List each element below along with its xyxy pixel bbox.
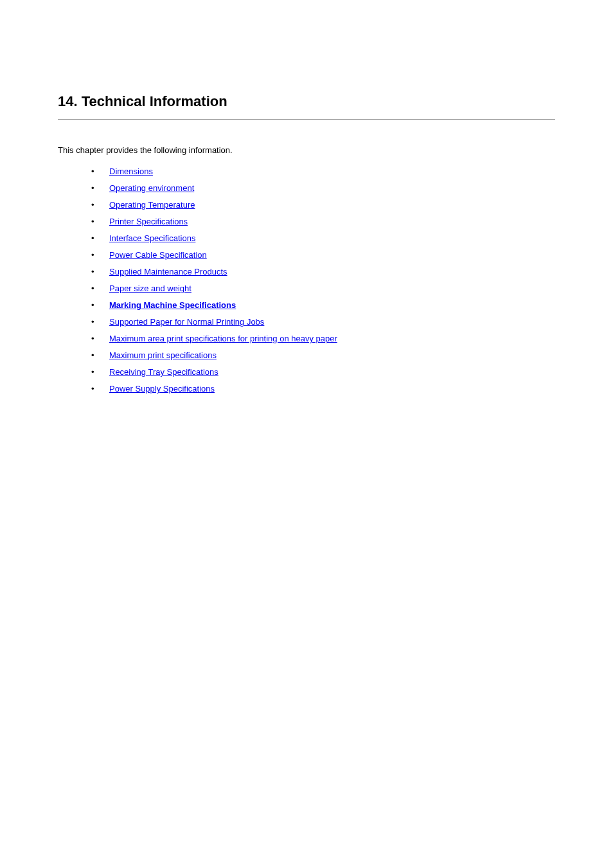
list-item: Paper size and weight [84,284,555,293]
page-title: 14. Technical Information [58,93,555,110]
list-item: Supported Paper for Normal Printing Jobs [84,317,555,327]
toc-link[interactable]: Maximum print specifications [109,350,217,360]
toc-link[interactable]: Paper size and weight [109,284,191,293]
toc-link[interactable]: Receiving Tray Specifications [109,367,218,377]
intro-text: This chapter provides the following info… [58,145,555,155]
toc-link[interactable]: Supplied Maintenance Products [109,267,227,276]
toc-link[interactable]: Maximum area print specifications for pr… [109,334,337,343]
list-item: Operating Temperature [84,200,555,210]
toc-link[interactable]: Operating Temperature [109,200,195,210]
toc-link[interactable]: Power Cable Specification [109,250,207,260]
toc-link-current[interactable]: Marking Machine Specifications [109,300,236,310]
list-item: Supplied Maintenance Products [84,267,555,276]
list-item: Power Cable Specification [84,250,555,260]
list-item: Interface Specifications [84,233,555,243]
list-item: Maximum print specifications [84,350,555,360]
toc-link-list: Dimensions Operating environment Operati… [58,167,555,393]
toc-link[interactable]: Printer Specifications [109,217,188,226]
list-item: Marking Machine Specifications [84,300,555,310]
list-item: Receiving Tray Specifications [84,367,555,377]
toc-link[interactable]: Interface Specifications [109,233,195,243]
title-divider [58,119,555,120]
list-item: Operating environment [84,183,555,193]
toc-link[interactable]: Power Supply Specifications [109,384,215,393]
list-item: Maximum area print specifications for pr… [84,334,555,343]
toc-link[interactable]: Dimensions [109,167,153,176]
toc-link[interactable]: Supported Paper for Normal Printing Jobs [109,317,264,327]
list-item: Power Supply Specifications [84,384,555,393]
list-item: Dimensions [84,167,555,176]
list-item: Printer Specifications [84,217,555,226]
toc-link[interactable]: Operating environment [109,183,194,193]
